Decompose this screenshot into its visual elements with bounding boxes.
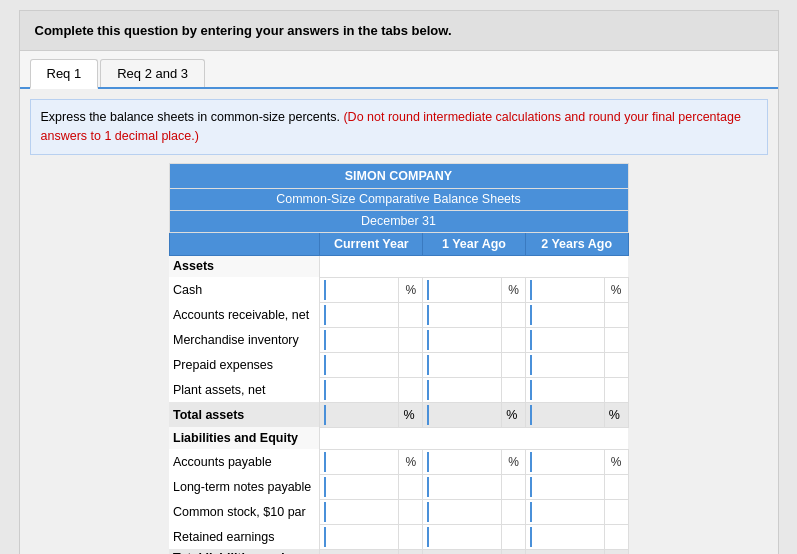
total-assets-2y-input[interactable] [530,405,600,425]
cs-cy-input[interactable] [324,502,394,522]
cash-1y-pct-cell: % [502,277,526,302]
tab-req1[interactable]: Req 1 [30,59,99,89]
prepaid-2y-input[interactable] [530,355,600,375]
col-current-year: Current Year [320,232,423,255]
tabs-bar: Req 1 Req 2 and 3 [20,51,778,89]
ltnp-1y-input[interactable] [427,477,497,497]
col-2years-ago: 2 Years Ago [525,232,628,255]
prepaid-1y-input[interactable] [427,355,497,375]
table-row-total-equity: Total liabilities and equity % % % [169,549,628,554]
table-row: Long-term notes payable [169,474,628,499]
table-row: Common stock, $10 par [169,499,628,524]
cash-1y-input[interactable] [427,280,497,300]
row-label-plant: Plant assets, net [169,377,320,402]
total-assets-1y-input[interactable] [427,405,497,425]
row-label-retained: Retained earnings [169,524,320,549]
table-row: Accounts payable % % % [169,449,628,474]
plant-cy-input[interactable] [324,380,394,400]
row-label-ap: Accounts payable [169,449,320,474]
cash-1y-input-cell[interactable] [423,277,502,302]
re-2y-input[interactable] [530,527,600,547]
plant-1y-input[interactable] [427,380,497,400]
section-liabilities-header: Liabilities and Equity [169,427,628,449]
re-1y-input[interactable] [427,527,497,547]
ap-cy-input[interactable] [324,452,394,472]
cash-cy-input[interactable] [324,280,394,300]
inv-1y-input[interactable] [427,330,497,350]
cash-2y-input-cell[interactable] [525,277,604,302]
assets-label: Assets [169,255,320,277]
total-assets-label: Total assets [169,402,320,427]
cs-1y-input[interactable] [427,502,497,522]
cash-cy-input-cell[interactable] [320,277,399,302]
re-cy-input[interactable] [324,527,394,547]
row-label-common-stock: Common stock, $10 par [169,499,320,524]
row-label-prepaid: Prepaid expenses [169,352,320,377]
cash-cy-pct-cell: % [399,277,423,302]
ap-2y-input[interactable] [530,452,600,472]
table-row: Merchandise inventory [169,327,628,352]
info-box: Express the balance sheets in common-siz… [30,99,768,155]
ar-cy-input[interactable] [324,305,394,325]
table-row-total-assets: Total assets % % % [169,402,628,427]
table-date: December 31 [169,210,628,232]
col-1year-ago: 1 Year Ago [423,232,526,255]
ltnp-cy-input[interactable] [324,477,394,497]
ar-1y-input[interactable] [427,305,497,325]
table-row: Accounts receivable, net [169,302,628,327]
cash-2y-pct-cell: % [604,277,628,302]
total-equity-label: Total liabilities and equity [169,549,320,554]
row-label-ltnp: Long-term notes payable [169,474,320,499]
table-row: Retained earnings [169,524,628,549]
section-assets-header: Assets [169,255,628,277]
col-label-header [169,232,320,255]
total-assets-cy-input[interactable] [324,405,394,425]
table-row: Cash % % % [169,277,628,302]
table-row: Plant assets, net [169,377,628,402]
table-wrapper: SIMON COMPANY Common-Size Comparative Ba… [20,163,778,555]
balance-sheet-table: SIMON COMPANY Common-Size Comparative Ba… [169,163,629,555]
info-text: Express the balance sheets in common-siz… [41,110,340,124]
table-subtitle: Common-Size Comparative Balance Sheets [169,188,628,210]
row-label-inventory: Merchandise inventory [169,327,320,352]
inv-2y-input[interactable] [530,330,600,350]
cash-2y-input[interactable] [530,280,600,300]
row-label-ar: Accounts receivable, net [169,302,320,327]
inv-cy-input[interactable] [324,330,394,350]
table-row: Prepaid expenses [169,352,628,377]
instruction-bar: Complete this question by entering your … [20,11,778,51]
company-name: SIMON COMPANY [169,163,628,188]
ar-2y-input[interactable] [530,305,600,325]
prepaid-cy-input[interactable] [324,355,394,375]
ap-1y-input[interactable] [427,452,497,472]
plant-2y-input[interactable] [530,380,600,400]
liabilities-label: Liabilities and Equity [169,427,320,449]
ltnp-2y-input[interactable] [530,477,600,497]
instruction-text: Complete this question by entering your … [35,23,452,38]
row-label-cash: Cash [169,277,320,302]
tab-req23[interactable]: Req 2 and 3 [100,59,205,87]
cs-2y-input[interactable] [530,502,600,522]
